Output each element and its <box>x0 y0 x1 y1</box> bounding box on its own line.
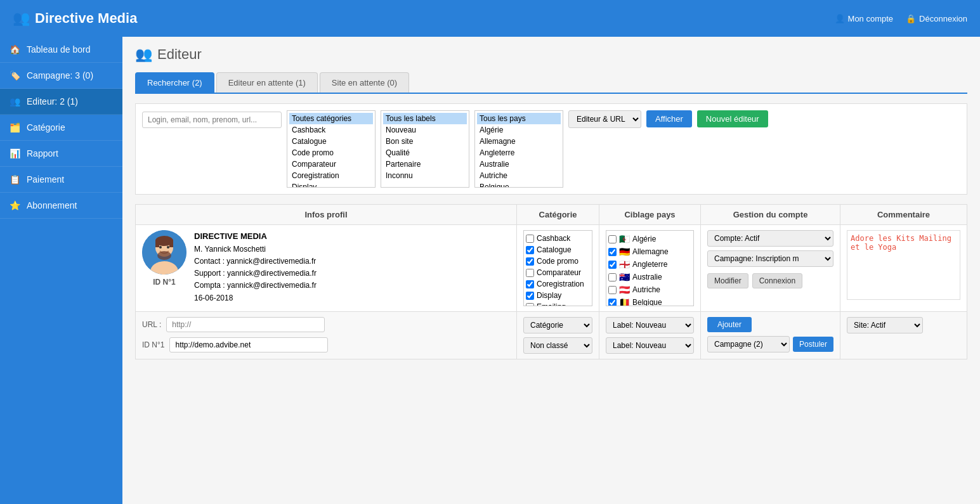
categorie-cell: Cashback Catalogue Code promo Comparateu… <box>517 225 599 312</box>
list-item[interactable]: Coregistration <box>289 170 373 181</box>
categories-list[interactable]: Toutes catégories Cashback Catalogue Cod… <box>287 111 375 187</box>
sidebar-item-campagne[interactable]: 🏷️ Campagne: 3 (0) <box>0 63 122 89</box>
bottom-row: URL : ID N°1 Catégorie <box>136 312 967 359</box>
list-item[interactable]: Inconnu <box>383 170 467 181</box>
cat-checkbox-catalogue[interactable] <box>526 246 534 254</box>
cat-checkbox-emailing[interactable] <box>526 303 534 307</box>
afficher-button[interactable]: Afficher <box>646 110 692 127</box>
cat-item-codepromo[interactable]: Code promo <box>526 255 590 267</box>
editeur-title-icon: 👥 <box>135 46 152 63</box>
country-checkbox-angleterre[interactable] <box>608 261 617 269</box>
data-table: Infos profil Catégorie Ciblage pays Gest… <box>135 204 967 359</box>
cat-item-comparateur[interactable]: Comparateur <box>526 267 590 278</box>
comment-textarea[interactable]: Adore les Kits Mailing et le Yoga <box>847 230 960 300</box>
list-item[interactable]: Autriche <box>477 170 561 181</box>
list-item[interactable]: Angleterre <box>477 147 561 158</box>
list-item[interactable]: Nouveau <box>383 124 467 136</box>
list-item[interactable]: Belgique <box>477 181 561 187</box>
url-input[interactable] <box>166 317 325 332</box>
list-item[interactable]: Toutes catégories <box>289 113 373 124</box>
bottom-campagne-cell: Ajouter Campagne (2) Postuler <box>701 312 840 359</box>
list-item[interactable]: Tous les pays <box>477 113 561 124</box>
pays-list[interactable]: Tous les pays Algérie Allemagne Angleter… <box>475 111 563 187</box>
bottom-url-cell: URL : ID N°1 <box>136 312 517 359</box>
country-checkbox-autriche[interactable] <box>608 286 617 294</box>
country-belgique[interactable]: 🇧🇪Belgique <box>608 296 691 306</box>
country-checkbox-algerie[interactable] <box>608 235 617 243</box>
cat-checkbox-coregistration[interactable] <box>526 280 534 288</box>
cat-checkbox-cashback[interactable] <box>526 235 534 243</box>
table-row: ID N°1 DIRECTIVE MEDIA M. Yannick Mosche… <box>136 225 967 312</box>
compta-email: Compta : yannick@directivemedia.fr <box>194 280 317 292</box>
cat-checkbox-display[interactable] <box>526 292 534 300</box>
list-item[interactable]: Cashback <box>289 124 373 136</box>
country-checkbox-belgique[interactable] <box>608 299 617 307</box>
search-input[interactable] <box>142 112 282 128</box>
tab-site-attente[interactable]: Site en attente (0) <box>320 72 409 93</box>
list-item[interactable]: Allemagne <box>477 136 561 147</box>
country-allemagne[interactable]: 🇩🇪Allemagne <box>608 245 691 258</box>
sidebar-item-categorie[interactable]: 🗂️ Catégorie <box>0 115 122 141</box>
campagne-select[interactable]: Campagne: Inscription m <box>707 250 833 267</box>
modifier-button[interactable]: Modifier <box>707 273 748 288</box>
cat-item-display[interactable]: Display <box>526 290 590 301</box>
country-checkbox-allemagne[interactable] <box>608 248 617 256</box>
id-url-input[interactable] <box>169 337 328 352</box>
bottom-label-select-1[interactable]: Label: Nouveau <box>606 317 694 333</box>
sidebar-item-abonnement[interactable]: ⭐ Abonnement <box>0 193 122 219</box>
bottom-label-cell: Label: Nouveau Label: Nouveau <box>599 312 701 359</box>
list-item[interactable]: Catalogue <box>289 136 373 147</box>
list-item[interactable]: Display <box>289 181 373 187</box>
cat-item-cashback[interactable]: Cashback <box>526 233 590 244</box>
tag-icon: 🏷️ <box>10 70 20 81</box>
list-item[interactable]: Partenaire <box>383 158 467 170</box>
sidebar-item-editeur[interactable]: 👥 Editeur: 2 (1) <box>0 89 122 115</box>
sidebar-item-rapport[interactable]: 📊 Rapport <box>0 141 122 167</box>
compte-status-select[interactable]: Compte: Actif Compte: Inactif <box>707 230 833 247</box>
list-item[interactable]: Comparateur <box>289 158 373 170</box>
site-actif-select[interactable]: Site: Actif Site: Inactif <box>847 317 923 333</box>
list-item[interactable]: Australie <box>477 158 561 170</box>
sidebar-item-tableau-de-bord[interactable]: 🏠 Tableau de bord <box>0 37 122 63</box>
country-angleterre[interactable]: 🏴󠁧󠁢󠁥󠁮󠁧󠁿Angleterre <box>608 258 691 271</box>
list-item[interactable]: Tous les labels <box>383 113 467 124</box>
list-item[interactable]: Qualité <box>383 147 467 158</box>
bottom-label-select-2[interactable]: Label: Nouveau <box>606 337 694 354</box>
labels-list[interactable]: Tous les labels Nouveau Bon site Qualité… <box>381 111 469 187</box>
list-item[interactable]: Algérie <box>477 124 561 136</box>
folder-icon: 🗂️ <box>10 122 20 132</box>
ciblage-pays-cell: 🇩🇿Algérie 🇩🇪Allemagne 🏴󠁧󠁢󠁥󠁮󠁧󠁿Angleterre … <box>599 225 701 312</box>
cat-item-emailing[interactable]: Emailing <box>526 301 590 306</box>
cat-item-catalogue[interactable]: Catalogue <box>526 244 590 255</box>
bottom-campagne-select[interactable]: Campagne (2) <box>707 336 790 352</box>
bottom-nonclasse-select[interactable]: Non classé <box>523 337 592 354</box>
svg-point-8 <box>157 251 171 260</box>
cat-checkbox-codepromo[interactable] <box>526 257 534 266</box>
ajouter-button[interactable]: Ajouter <box>707 317 752 332</box>
deconnexion-link[interactable]: 🔒 Déconnexion <box>906 14 967 23</box>
postuler-button[interactable]: Postuler <box>793 337 833 352</box>
cat-item-coregistration[interactable]: Coregistration <box>526 278 590 290</box>
bottom-category-select[interactable]: Catégorie <box>523 317 592 333</box>
list-item[interactable]: Code promo <box>289 147 373 158</box>
home-icon: 🏠 <box>10 44 20 55</box>
nouvel-editeur-button[interactable]: Nouvel éditeur <box>697 110 768 127</box>
country-autriche[interactable]: 🇦🇹Autriche <box>608 283 691 296</box>
connexion-button[interactable]: Connexion <box>752 273 802 288</box>
svg-point-6 <box>159 246 162 249</box>
country-australie[interactable]: 🇦🇺Australie <box>608 271 691 283</box>
svg-point-7 <box>167 246 169 249</box>
cat-checkbox-comparateur[interactable] <box>526 269 534 277</box>
gestion-compte-cell: Compte: Actif Compte: Inactif Campagne: … <box>701 225 840 312</box>
star-icon: ⭐ <box>10 200 20 210</box>
country-checkbox-australie[interactable] <box>608 273 617 281</box>
filter-type-select[interactable]: Editeur & URL Editeur URL <box>568 110 641 128</box>
tab-rechercher[interactable]: Rechercher (2) <box>135 72 214 93</box>
mon-compte-link[interactable]: 👤 Mon compte <box>835 14 894 23</box>
tab-editeur-attente[interactable]: Editeur en attente (1) <box>216 72 318 93</box>
sidebar-item-paiement[interactable]: 📋 Paiement <box>0 167 122 193</box>
list-item[interactable]: Bon site <box>383 136 467 147</box>
header-nav: 👤 Mon compte 🔒 Déconnexion <box>835 14 967 23</box>
categories-filter: Toutes catégories Cashback Catalogue Cod… <box>287 110 376 188</box>
country-algerie[interactable]: 🇩🇿Algérie <box>608 233 691 245</box>
